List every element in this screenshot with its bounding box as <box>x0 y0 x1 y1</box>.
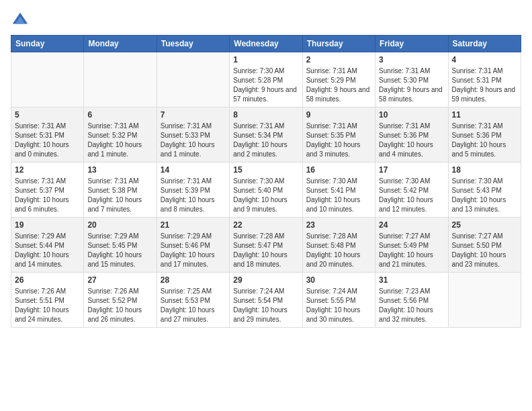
day-info: Sunrise: 7:31 AMSunset: 5:34 PMDaylight:… <box>233 122 298 159</box>
table-row: 1Sunrise: 7:30 AMSunset: 5:28 PMDaylight… <box>230 52 302 107</box>
day-number: 12 <box>15 165 80 175</box>
table-row <box>11 52 84 107</box>
table-row: 27Sunrise: 7:26 AMSunset: 5:52 PMDayligh… <box>84 273 157 328</box>
table-row: 29Sunrise: 7:24 AMSunset: 5:54 PMDayligh… <box>230 273 302 328</box>
day-info: Sunrise: 7:29 AMSunset: 5:45 PMDaylight:… <box>87 232 152 269</box>
table-row: 18Sunrise: 7:30 AMSunset: 5:43 PMDayligh… <box>448 163 521 218</box>
day-info: Sunrise: 7:31 AMSunset: 5:37 PMDaylight:… <box>15 177 80 214</box>
day-info: Sunrise: 7:24 AMSunset: 5:55 PMDaylight:… <box>306 287 371 324</box>
day-info: Sunrise: 7:26 AMSunset: 5:51 PMDaylight:… <box>15 287 80 324</box>
day-number: 1 <box>233 55 298 64</box>
day-info: Sunrise: 7:31 AMSunset: 5:31 PMDaylight:… <box>452 66 517 104</box>
table-row: 30Sunrise: 7:24 AMSunset: 5:55 PMDayligh… <box>302 273 375 328</box>
day-info: Sunrise: 7:28 AMSunset: 5:48 PMDaylight:… <box>306 232 371 269</box>
day-info: Sunrise: 7:30 AMSunset: 5:28 PMDaylight:… <box>233 66 298 104</box>
day-number: 2 <box>306 55 371 64</box>
day-info: Sunrise: 7:29 AMSunset: 5:46 PMDaylight:… <box>161 232 226 269</box>
week-row-4: 19Sunrise: 7:29 AMSunset: 5:44 PMDayligh… <box>11 218 521 273</box>
day-number: 25 <box>452 220 517 230</box>
day-info: Sunrise: 7:30 AMSunset: 5:41 PMDaylight:… <box>306 177 371 214</box>
logo-icon <box>11 11 30 30</box>
day-number: 7 <box>161 110 226 120</box>
table-row: 11Sunrise: 7:31 AMSunset: 5:36 PMDayligh… <box>448 107 521 163</box>
logo <box>11 11 32 30</box>
day-info: Sunrise: 7:31 AMSunset: 5:33 PMDaylight:… <box>161 122 226 159</box>
day-number: 17 <box>379 165 444 175</box>
day-info: Sunrise: 7:26 AMSunset: 5:52 PMDaylight:… <box>87 287 152 324</box>
day-number: 16 <box>306 165 371 175</box>
table-row <box>157 52 229 107</box>
table-row: 6Sunrise: 7:31 AMSunset: 5:32 PMDaylight… <box>84 107 157 163</box>
day-info: Sunrise: 7:31 AMSunset: 5:30 PMDaylight:… <box>379 66 444 104</box>
day-number: 20 <box>87 220 152 230</box>
day-number: 30 <box>306 275 371 285</box>
day-number: 8 <box>233 110 298 120</box>
table-row: 3Sunrise: 7:31 AMSunset: 5:30 PMDaylight… <box>375 52 448 107</box>
day-info: Sunrise: 7:27 AMSunset: 5:49 PMDaylight:… <box>379 232 444 269</box>
day-number: 19 <box>15 220 80 230</box>
table-row: 7Sunrise: 7:31 AMSunset: 5:33 PMDaylight… <box>157 107 229 163</box>
day-number: 6 <box>87 110 152 120</box>
day-number: 23 <box>306 220 371 230</box>
day-number: 22 <box>233 220 298 230</box>
day-number: 5 <box>15 110 80 120</box>
table-row: 14Sunrise: 7:31 AMSunset: 5:39 PMDayligh… <box>157 163 229 218</box>
day-number: 21 <box>161 220 226 230</box>
week-row-3: 12Sunrise: 7:31 AMSunset: 5:37 PMDayligh… <box>11 163 521 218</box>
weekday-header-tuesday: Tuesday <box>157 36 229 52</box>
week-row-1: 1Sunrise: 7:30 AMSunset: 5:28 PMDaylight… <box>11 52 521 107</box>
day-info: Sunrise: 7:24 AMSunset: 5:54 PMDaylight:… <box>233 287 298 324</box>
day-number: 10 <box>379 110 444 120</box>
page-header <box>11 11 521 30</box>
day-info: Sunrise: 7:28 AMSunset: 5:47 PMDaylight:… <box>233 232 298 269</box>
table-row: 16Sunrise: 7:30 AMSunset: 5:41 PMDayligh… <box>302 163 375 218</box>
weekday-header-friday: Friday <box>375 36 448 52</box>
table-row: 13Sunrise: 7:31 AMSunset: 5:38 PMDayligh… <box>84 163 157 218</box>
table-row: 12Sunrise: 7:31 AMSunset: 5:37 PMDayligh… <box>11 163 84 218</box>
table-row: 22Sunrise: 7:28 AMSunset: 5:47 PMDayligh… <box>230 218 302 273</box>
table-row: 20Sunrise: 7:29 AMSunset: 5:45 PMDayligh… <box>84 218 157 273</box>
table-row: 21Sunrise: 7:29 AMSunset: 5:46 PMDayligh… <box>157 218 229 273</box>
day-info: Sunrise: 7:31 AMSunset: 5:31 PMDaylight:… <box>15 122 80 159</box>
day-number: 14 <box>161 165 226 175</box>
day-info: Sunrise: 7:31 AMSunset: 5:38 PMDaylight:… <box>87 177 152 214</box>
day-number: 27 <box>87 275 152 285</box>
day-info: Sunrise: 7:23 AMSunset: 5:56 PMDaylight:… <box>379 287 444 324</box>
table-row <box>448 273 521 328</box>
day-number: 9 <box>306 110 371 120</box>
weekday-header-thursday: Thursday <box>302 36 375 52</box>
day-info: Sunrise: 7:30 AMSunset: 5:40 PMDaylight:… <box>233 177 298 214</box>
table-row: 26Sunrise: 7:26 AMSunset: 5:51 PMDayligh… <box>11 273 84 328</box>
day-number: 28 <box>161 275 226 285</box>
table-row: 19Sunrise: 7:29 AMSunset: 5:44 PMDayligh… <box>11 218 84 273</box>
table-row: 17Sunrise: 7:30 AMSunset: 5:42 PMDayligh… <box>375 163 448 218</box>
day-number: 31 <box>379 275 444 285</box>
day-info: Sunrise: 7:25 AMSunset: 5:53 PMDaylight:… <box>161 287 226 324</box>
day-number: 26 <box>15 275 80 285</box>
table-row: 9Sunrise: 7:31 AMSunset: 5:35 PMDaylight… <box>302 107 375 163</box>
day-number: 4 <box>452 55 517 64</box>
day-info: Sunrise: 7:30 AMSunset: 5:43 PMDaylight:… <box>452 177 517 214</box>
table-row: 10Sunrise: 7:31 AMSunset: 5:36 PMDayligh… <box>375 107 448 163</box>
day-info: Sunrise: 7:31 AMSunset: 5:39 PMDaylight:… <box>161 177 226 214</box>
table-row <box>84 52 157 107</box>
weekday-header-monday: Monday <box>84 36 157 52</box>
table-row: 31Sunrise: 7:23 AMSunset: 5:56 PMDayligh… <box>375 273 448 328</box>
table-row: 4Sunrise: 7:31 AMSunset: 5:31 PMDaylight… <box>448 52 521 107</box>
table-row: 24Sunrise: 7:27 AMSunset: 5:49 PMDayligh… <box>375 218 448 273</box>
weekday-header-sunday: Sunday <box>11 36 84 52</box>
day-number: 24 <box>379 220 444 230</box>
day-number: 15 <box>233 165 298 175</box>
weekday-header-wednesday: Wednesday <box>230 36 302 52</box>
calendar-table: SundayMondayTuesdayWednesdayThursdayFrid… <box>11 35 521 328</box>
table-row: 15Sunrise: 7:30 AMSunset: 5:40 PMDayligh… <box>230 163 302 218</box>
week-row-5: 26Sunrise: 7:26 AMSunset: 5:51 PMDayligh… <box>11 273 521 328</box>
table-row: 8Sunrise: 7:31 AMSunset: 5:34 PMDaylight… <box>230 107 302 163</box>
day-info: Sunrise: 7:31 AMSunset: 5:35 PMDaylight:… <box>306 122 371 159</box>
table-row: 2Sunrise: 7:31 AMSunset: 5:29 PMDaylight… <box>302 52 375 107</box>
day-info: Sunrise: 7:31 AMSunset: 5:29 PMDaylight:… <box>306 66 371 104</box>
table-row: 5Sunrise: 7:31 AMSunset: 5:31 PMDaylight… <box>11 107 84 163</box>
day-number: 11 <box>452 110 517 120</box>
day-number: 13 <box>87 165 152 175</box>
table-row: 23Sunrise: 7:28 AMSunset: 5:48 PMDayligh… <box>302 218 375 273</box>
